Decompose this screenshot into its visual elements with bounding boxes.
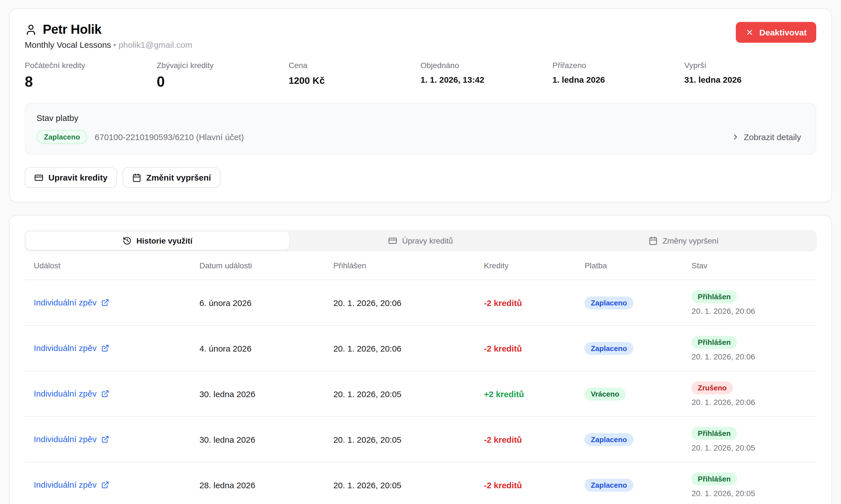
actions-row: Upravit kredity Změnit vypršení — [25, 167, 816, 188]
registered-date: 20. 1. 2026, 20:06 — [324, 298, 474, 307]
event-date: 4. února 2026 — [190, 343, 324, 353]
event-date: 30. ledna 2026 — [190, 434, 324, 444]
col-credits: Kredity — [475, 261, 575, 270]
customer-identity: Petr Holik Monthly Vocal Lessons•pholik1… — [25, 22, 192, 50]
payment-badge: Zaplaceno — [585, 342, 633, 355]
page: Petr Holik Monthly Vocal Lessons•pholik1… — [0, 0, 841, 504]
event-link-label: Individuální zpěv — [34, 389, 97, 398]
event-link[interactable]: Individuální zpěv — [34, 434, 109, 444]
payment-status-badge: Zaplaceno — [37, 130, 88, 144]
close-icon — [745, 28, 754, 37]
external-link-icon — [101, 299, 109, 306]
calendar-icon — [132, 173, 141, 182]
status-cell: Přihlášen 20. 1. 2026, 20:06 — [682, 336, 817, 361]
tab-expiry-changes[interactable]: Změny vypršení — [552, 232, 815, 250]
event-link-label: Individuální zpěv — [34, 434, 97, 444]
status-badge: Přihlášen — [692, 290, 737, 303]
page-title: Petr Holik — [43, 22, 102, 37]
credits-value: +2 kreditů — [475, 389, 575, 398]
customer-email: pholik1@gmail.com — [119, 40, 192, 50]
event-date: 28. ledna 2026 — [190, 480, 324, 490]
stat-remaining-credits: Zbývající kredity 0 — [157, 61, 289, 91]
col-event: Událost — [24, 261, 190, 270]
payment-status-label: Stav platby — [37, 113, 804, 123]
event-date: 6. února 2026 — [190, 298, 324, 307]
change-expiry-button[interactable]: Změnit vypršení — [123, 167, 220, 188]
status-cell: Zrušeno 20. 1. 2026, 20:06 — [682, 381, 817, 407]
payment-badge: Zaplaceno — [585, 433, 633, 446]
col-registered: Přihlášen — [324, 261, 474, 270]
payment-status-box: Stav platby Zaplaceno 670100-2210190593/… — [25, 103, 816, 155]
status-badge: Přihlášen — [692, 472, 737, 485]
credits-value: -2 kreditů — [475, 298, 575, 307]
event-link[interactable]: Individuální zpěv — [34, 389, 109, 398]
chevron-right-icon — [732, 133, 740, 141]
table-row: Individuální zpěv 6. února 2026 20. 1. 2… — [24, 280, 817, 326]
external-link-icon — [101, 344, 109, 352]
deactivate-button[interactable]: Deaktivovat — [736, 22, 816, 43]
tab-credit-adjustments-label: Úpravy kreditů — [402, 236, 453, 245]
external-link-icon — [101, 481, 109, 488]
stat-initial-credits: Počáteční kredity 8 — [25, 61, 157, 91]
edit-credits-label: Upravit kredity — [48, 173, 107, 182]
status-badge: Přihlášen — [692, 427, 737, 439]
stat-value: 1. 1. 2026, 13:42 — [420, 75, 552, 84]
registered-date: 20. 1. 2026, 20:06 — [324, 343, 474, 353]
customer-subtitle: Monthly Vocal Lessons•pholik1@gmail.com — [25, 40, 192, 50]
stat-expires: Vyprší 31. ledna 2026 — [684, 61, 816, 91]
status-date: 20. 1. 2026, 20:06 — [692, 352, 755, 361]
status-cell: Přihlášen 20. 1. 2026, 20:05 — [682, 472, 817, 498]
external-link-icon — [101, 435, 109, 443]
status-cell: Přihlášen 20. 1. 2026, 20:06 — [682, 290, 817, 315]
credits-value: -2 kreditů — [475, 434, 575, 444]
registered-date: 20. 1. 2026, 20:05 — [324, 434, 474, 444]
history-icon — [122, 236, 131, 245]
table-row: Individuální zpěv 30. ledna 2026 20. 1. … — [24, 371, 817, 417]
status-date: 20. 1. 2026, 20:06 — [692, 397, 755, 407]
tab-usage-history-label: Historie využití — [137, 236, 192, 245]
product-name: Monthly Vocal Lessons — [25, 40, 111, 50]
event-link[interactable]: Individuální zpěv — [34, 298, 109, 307]
credits-value: -2 kreditů — [475, 480, 575, 490]
col-payment: Platba — [575, 261, 682, 270]
credit-card-icon — [34, 173, 43, 182]
event-date: 30. ledna 2026 — [190, 389, 324, 398]
tab-bar: Historie využití Úpravy kreditů Změny vy… — [24, 230, 817, 251]
status-badge: Přihlášen — [692, 336, 737, 348]
payment-badge: Vráceno — [585, 387, 625, 400]
table-header: Událost Datum události Přihlášen Kredity… — [24, 251, 817, 280]
event-link[interactable]: Individuální zpěv — [34, 480, 109, 489]
stat-value: 1. ledna 2026 — [552, 75, 684, 84]
stat-value: 8 — [25, 73, 157, 91]
change-expiry-label: Změnit vypršení — [146, 173, 211, 182]
tab-credit-adjustments[interactable]: Úpravy kreditů — [289, 232, 552, 250]
col-status: Stav — [682, 261, 817, 270]
event-link[interactable]: Individuální zpěv — [34, 343, 109, 353]
show-details-link[interactable]: Zobrazit detaily — [728, 132, 804, 142]
stat-value: 31. ledna 2026 — [684, 75, 816, 84]
payment-badge: Zaplaceno — [585, 296, 633, 309]
event-link-label: Individuální zpěv — [34, 298, 97, 307]
external-link-icon — [101, 390, 109, 397]
credit-card-icon — [388, 236, 397, 245]
status-cell: Přihlášen 20. 1. 2026, 20:05 — [682, 427, 817, 452]
show-details-label: Zobrazit detaily — [744, 132, 801, 142]
table-row: Individuální zpěv 28. ledna 2026 20. 1. … — [24, 462, 817, 504]
tab-usage-history[interactable]: Historie využití — [26, 232, 289, 250]
stat-value: 0 — [157, 73, 289, 91]
stat-assigned: Přiřazeno 1. ledna 2026 — [552, 61, 684, 91]
edit-credits-button[interactable]: Upravit kredity — [25, 167, 117, 188]
person-icon — [25, 23, 37, 36]
deactivate-button-label: Deaktivovat — [759, 28, 807, 37]
credits-value: -2 kreditů — [475, 343, 575, 353]
status-badge: Zrušeno — [692, 381, 733, 394]
registered-date: 20. 1. 2026, 20:05 — [324, 389, 474, 398]
stat-ordered: Objednáno 1. 1. 2026, 13:42 — [420, 61, 552, 91]
history-card: Historie využití Úpravy kreditů Změny vy… — [9, 215, 832, 504]
col-event-date: Datum události — [190, 261, 324, 270]
profile-card: Petr Holik Monthly Vocal Lessons•pholik1… — [9, 8, 832, 202]
stat-value: 1200 Kč — [289, 75, 420, 87]
subtitle-separator: • — [113, 40, 117, 50]
table-row: Individuální zpěv 30. ledna 2026 20. 1. … — [24, 417, 817, 462]
payment-badge: Zaplaceno — [585, 479, 633, 491]
